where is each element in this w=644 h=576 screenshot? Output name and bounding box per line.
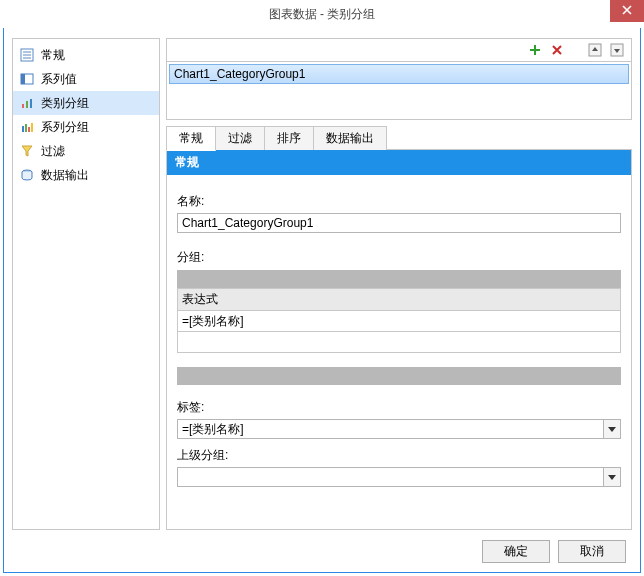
svg-rect-6: [22, 126, 24, 132]
svg-rect-7: [25, 124, 27, 132]
tab-data-output[interactable]: 数据输出: [313, 126, 387, 150]
svg-rect-4: [26, 101, 28, 108]
move-down-button[interactable]: [609, 42, 625, 58]
sidebar-item-label: 过滤: [41, 143, 65, 160]
tag-combo[interactable]: [177, 419, 621, 439]
name-label: 名称:: [177, 193, 621, 210]
sidebar-item-label: 常规: [41, 47, 65, 64]
tag-dropdown-button[interactable]: [603, 419, 621, 439]
chevron-down-icon: [608, 475, 616, 480]
sidebar-item-series-groups[interactable]: 系列分组: [13, 115, 159, 139]
sidebar-item-label: 数据输出: [41, 167, 89, 184]
window-title: 图表数据 - 类别分组: [269, 6, 376, 23]
title-bar: 图表数据 - 类别分组: [0, 0, 644, 28]
parent-dropdown-button[interactable]: [603, 467, 621, 487]
section-header: 常规: [167, 150, 631, 175]
chevron-down-icon: [608, 427, 616, 432]
tag-label: 标签:: [177, 399, 621, 416]
main-area: 常规 系列值 类别分组: [4, 32, 640, 530]
close-icon: [622, 4, 632, 18]
tab-sort[interactable]: 排序: [264, 126, 314, 150]
move-up-button[interactable]: [587, 42, 603, 58]
group-list-toolbar: [167, 39, 631, 62]
svg-rect-8: [28, 127, 30, 132]
expression-cell[interactable]: =[类别名称]: [177, 311, 621, 332]
tab-label: 数据输出: [326, 131, 374, 145]
sidebar-item-label: 类别分组: [41, 95, 89, 112]
close-button[interactable]: [610, 0, 644, 22]
sidebar-item-category-groups[interactable]: 类别分组: [13, 91, 159, 115]
tab-label: 常规: [179, 131, 203, 145]
right-panel: Chart1_CategoryGroup1 常规 过滤 排序 数据输出 常规 名…: [166, 38, 632, 530]
expression-header: 表达式: [177, 288, 621, 311]
form-area: 名称: 分组: 表达式 =[类别名称] 标签: 上级分组: [167, 175, 631, 497]
dialog-body: 常规 系列值 类别分组: [4, 32, 640, 572]
data-output-icon: [19, 167, 35, 183]
svg-rect-5: [30, 99, 32, 108]
group-list-item-label: Chart1_CategoryGroup1: [174, 67, 305, 81]
group-label: 分组:: [177, 249, 621, 266]
tab-strip: 常规 过滤 排序 数据输出: [166, 126, 632, 150]
filter-icon: [19, 143, 35, 159]
expression-value: =[类别名称]: [182, 314, 244, 328]
parent-combo[interactable]: [177, 467, 621, 487]
tab-label: 排序: [277, 131, 301, 145]
svg-rect-2: [21, 74, 25, 84]
sidebar-item-label: 系列值: [41, 71, 77, 88]
group-list-item[interactable]: Chart1_CategoryGroup1: [169, 64, 629, 84]
properties-icon: [19, 47, 35, 63]
svg-rect-3: [22, 104, 24, 108]
group-list[interactable]: Chart1_CategoryGroup1: [167, 62, 631, 119]
parent-input[interactable]: [177, 467, 603, 487]
svg-rect-9: [31, 123, 33, 132]
expression-empty-cell[interactable]: [177, 332, 621, 353]
parent-label: 上级分组:: [177, 447, 621, 464]
sidebar: 常规 系列值 类别分组: [12, 38, 160, 530]
name-input[interactable]: [177, 213, 621, 233]
tab-content: 常规 名称: 分组: 表达式 =[类别名称] 标签:: [166, 150, 632, 530]
sidebar-item-series-values[interactable]: 系列值: [13, 67, 159, 91]
ok-button-label: 确定: [504, 544, 528, 558]
sidebar-item-general[interactable]: 常规: [13, 43, 159, 67]
group-grid-toolbar: [177, 270, 621, 288]
category-group-icon: [19, 95, 35, 111]
group-list-frame: Chart1_CategoryGroup1: [166, 38, 632, 120]
cancel-button-label: 取消: [580, 544, 604, 558]
tab-general[interactable]: 常规: [166, 126, 216, 151]
separator-bar: [177, 367, 621, 385]
ok-button[interactable]: 确定: [482, 540, 550, 563]
tag-input[interactable]: [177, 419, 603, 439]
sidebar-item-filter[interactable]: 过滤: [13, 139, 159, 163]
cancel-button[interactable]: 取消: [558, 540, 626, 563]
tab-label: 过滤: [228, 131, 252, 145]
sidebar-item-label: 系列分组: [41, 119, 89, 136]
add-button[interactable]: [527, 42, 543, 58]
series-values-icon: [19, 71, 35, 87]
series-group-icon: [19, 119, 35, 135]
tab-filter[interactable]: 过滤: [215, 126, 265, 150]
dialog-footer: 确定 取消: [4, 530, 640, 572]
delete-button[interactable]: [549, 42, 565, 58]
dialog-window: 图表数据 - 类别分组 常规 系列值: [0, 0, 644, 576]
sidebar-item-data-output[interactable]: 数据输出: [13, 163, 159, 187]
